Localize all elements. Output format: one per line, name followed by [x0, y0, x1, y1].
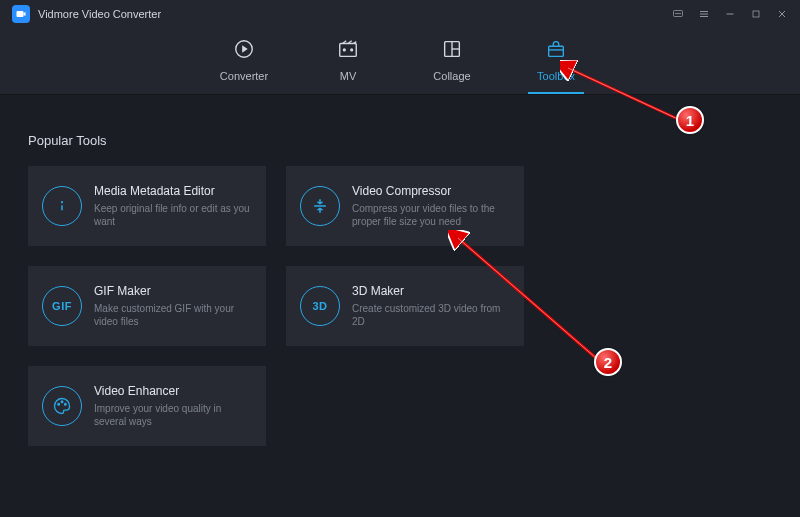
- card-desc: Create customized 3D video from 2D: [352, 302, 510, 329]
- titlebar: Vidmore Video Converter: [0, 0, 800, 28]
- mv-icon: [337, 38, 359, 64]
- window-controls: [672, 8, 788, 20]
- maximize-button[interactable]: [750, 8, 762, 20]
- svg-point-4: [680, 13, 681, 14]
- card-title: Media Metadata Editor: [94, 184, 252, 198]
- compress-icon: [300, 186, 340, 226]
- card-title: GIF Maker: [94, 284, 252, 298]
- svg-rect-9: [753, 11, 759, 17]
- card-text: Media Metadata Editor Keep original file…: [94, 184, 252, 229]
- gif-text: GIF: [52, 300, 72, 312]
- tool-video-compressor[interactable]: Video Compressor Compress your video fil…: [286, 166, 524, 246]
- converter-icon: [233, 38, 255, 64]
- tab-label: MV: [340, 70, 357, 82]
- svg-point-14: [343, 49, 345, 51]
- content-area: Popular Tools Media Metadata Editor Keep…: [0, 95, 800, 446]
- section-title: Popular Tools: [28, 133, 772, 148]
- tab-toolbox[interactable]: Toolbox: [528, 38, 584, 94]
- tool-3d-maker[interactable]: 3D 3D Maker Create customized 3D video f…: [286, 266, 524, 346]
- svg-point-25: [65, 404, 67, 406]
- card-text: GIF Maker Make customized GIF with your …: [94, 284, 252, 329]
- card-text: Video Enhancer Improve your video qualit…: [94, 384, 252, 429]
- tab-mv[interactable]: MV: [320, 38, 376, 94]
- minimize-button[interactable]: [724, 8, 736, 20]
- svg-point-24: [61, 401, 63, 403]
- card-desc: Compress your video files to the proper …: [352, 202, 510, 229]
- tool-cards: Media Metadata Editor Keep original file…: [28, 166, 772, 446]
- svg-point-15: [351, 49, 353, 51]
- svg-rect-19: [549, 46, 564, 56]
- app-logo: [12, 5, 30, 23]
- card-text: 3D Maker Create customized 3D video from…: [352, 284, 510, 329]
- gif-icon: GIF: [42, 286, 82, 326]
- tab-label: Collage: [433, 70, 470, 82]
- three-d-icon: 3D: [300, 286, 340, 326]
- card-title: 3D Maker: [352, 284, 510, 298]
- svg-rect-13: [340, 44, 357, 57]
- card-desc: Make customized GIF with your video file…: [94, 302, 252, 329]
- svg-point-2: [676, 13, 677, 14]
- three-d-text: 3D: [312, 300, 327, 312]
- svg-point-3: [678, 13, 679, 14]
- tab-converter[interactable]: Converter: [216, 38, 272, 94]
- app-title: Vidmore Video Converter: [38, 8, 161, 20]
- toolbox-icon: [545, 38, 567, 64]
- palette-icon: [42, 386, 82, 426]
- tool-media-metadata-editor[interactable]: Media Metadata Editor Keep original file…: [28, 166, 266, 246]
- tool-gif-maker[interactable]: GIF GIF Maker Make customized GIF with y…: [28, 266, 266, 346]
- card-text: Video Compressor Compress your video fil…: [352, 184, 510, 229]
- tab-collage[interactable]: Collage: [424, 38, 480, 94]
- feedback-button[interactable]: [672, 8, 684, 20]
- card-title: Video Enhancer: [94, 384, 252, 398]
- main-tabs: Converter MV Collage Toolbox: [0, 28, 800, 95]
- card-title: Video Compressor: [352, 184, 510, 198]
- close-button[interactable]: [776, 8, 788, 20]
- card-desc: Keep original file info or edit as you w…: [94, 202, 252, 229]
- svg-point-23: [58, 404, 60, 406]
- card-desc: Improve your video quality in several wa…: [94, 402, 252, 429]
- svg-rect-0: [17, 11, 24, 17]
- tool-video-enhancer[interactable]: Video Enhancer Improve your video qualit…: [28, 366, 266, 446]
- tab-label: Toolbox: [537, 70, 575, 82]
- tab-label: Converter: [220, 70, 268, 82]
- svg-point-21: [62, 202, 63, 203]
- menu-button[interactable]: [698, 8, 710, 20]
- info-icon: [42, 186, 82, 226]
- collage-icon: [441, 38, 463, 64]
